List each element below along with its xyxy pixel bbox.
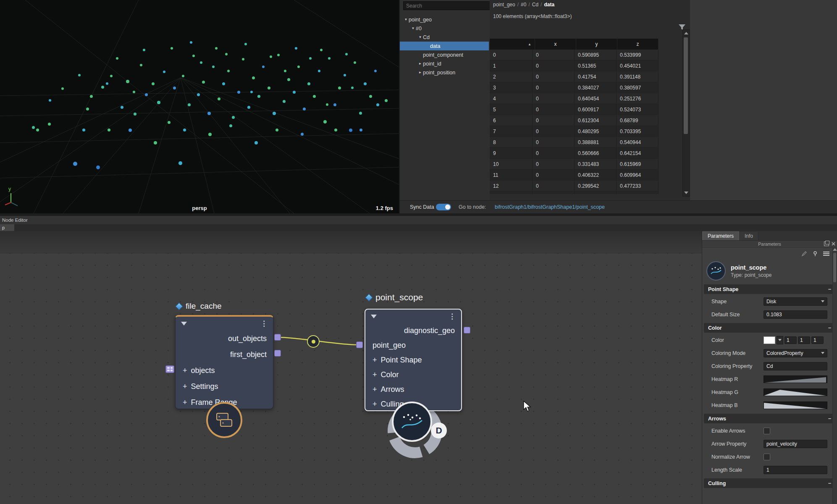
port-row-out-objects[interactable]: out_objects bbox=[176, 331, 273, 346]
length-scale-field[interactable]: 1 bbox=[764, 466, 827, 474]
table-header-x[interactable]: x bbox=[535, 39, 576, 50]
pin-icon[interactable] bbox=[812, 251, 818, 257]
collapse-icon[interactable]: − bbox=[828, 480, 831, 486]
port-row-point-geo[interactable]: point_geo bbox=[365, 338, 461, 353]
watchpoint-icon[interactable] bbox=[307, 335, 320, 348]
chevron-down-icon[interactable]: ▼ bbox=[417, 35, 423, 39]
color-swatch[interactable] bbox=[764, 336, 775, 344]
port-row-diagnostic-geo[interactable]: diagnostic_geo bbox=[365, 323, 461, 338]
tree-item-point_id[interactable]: ►point_id bbox=[400, 59, 489, 68]
port-row-first-object[interactable]: first_object bbox=[176, 346, 273, 362]
chevron-right-icon[interactable]: ► bbox=[417, 71, 423, 74]
kebab-menu-icon[interactable]: ⋮ bbox=[449, 315, 456, 319]
expand-icon[interactable]: + bbox=[373, 400, 377, 409]
coloring-mode-dropdown[interactable]: ColoredProperty bbox=[764, 349, 827, 357]
tree-item-point_geo[interactable]: ▼point_geo bbox=[400, 15, 489, 24]
breadcrumb-item[interactable]: point_geo bbox=[493, 2, 515, 8]
arrow-property-field[interactable]: point_velocity bbox=[764, 440, 827, 448]
scroll-down-icon[interactable] bbox=[684, 192, 688, 194]
3d-viewport[interactable]: y persp 1.2 fps bbox=[0, 0, 399, 213]
table-row[interactable]: 900.5606660.642154 bbox=[490, 148, 659, 159]
goto-node-link[interactable]: bifrostGraph1/bifrostGraphShape1/point_s… bbox=[495, 204, 605, 210]
expand-icon[interactable]: + bbox=[183, 398, 187, 407]
collapse-icon[interactable]: − bbox=[828, 286, 831, 292]
port-objects-input[interactable] bbox=[165, 365, 174, 373]
expand-icon[interactable]: + bbox=[373, 370, 377, 379]
menu-icon[interactable] bbox=[823, 252, 829, 256]
color-g-field[interactable]: 1 bbox=[798, 336, 810, 344]
section-point-shape[interactable]: Point Shape − bbox=[704, 284, 835, 294]
table-row[interactable]: 200.417540.391148 bbox=[490, 71, 659, 82]
color-b-field[interactable]: 1 bbox=[811, 336, 824, 344]
edit-pencil-icon[interactable] bbox=[801, 251, 807, 257]
sort-ascending-icon[interactable]: ▲ bbox=[528, 42, 531, 46]
table-row[interactable]: 700.4802950.703395 bbox=[490, 126, 659, 137]
section-row-objects[interactable]: +objects bbox=[176, 362, 273, 378]
expand-icon[interactable]: + bbox=[373, 385, 377, 394]
port-point-geo[interactable] bbox=[356, 341, 363, 348]
file-cache-node[interactable]: ⋮ out_objects first_object +objects +Set… bbox=[175, 315, 273, 409]
file-cache-badge[interactable] bbox=[206, 402, 242, 438]
table-row[interactable]: 600.6123040.68789 bbox=[490, 115, 659, 126]
table-row[interactable]: 800.3888810.540944 bbox=[490, 137, 659, 148]
section-row-settings[interactable]: +Settings bbox=[176, 378, 273, 394]
section-row-point-shape[interactable]: +Point Shape bbox=[365, 353, 461, 368]
table-row[interactable]: 100.513650.454021 bbox=[490, 60, 659, 71]
table-row[interactable]: 400.6404540.251276 bbox=[490, 93, 659, 104]
normalize-arrow-checkbox[interactable] bbox=[764, 454, 770, 460]
breadcrumb-item[interactable]: Cd bbox=[532, 2, 538, 8]
port-diagnostic-geo[interactable] bbox=[464, 327, 470, 333]
table-row[interactable]: 1300.6378590.485225 bbox=[490, 192, 659, 194]
float-panel-icon[interactable] bbox=[824, 242, 829, 246]
point-scope-node[interactable]: ⋮ diagnostic_geo point_geo +Point Shape … bbox=[365, 309, 462, 411]
tab-info[interactable]: Info bbox=[739, 231, 758, 240]
tree-item-#0[interactable]: ▼#0 bbox=[400, 24, 489, 33]
chevron-down-icon[interactable]: ▼ bbox=[403, 18, 409, 21]
parameters-scrollbar[interactable] bbox=[832, 247, 837, 504]
expand-icon[interactable]: + bbox=[373, 356, 377, 365]
collapse-icon[interactable] bbox=[181, 322, 187, 326]
close-icon[interactable] bbox=[832, 242, 835, 246]
section-culling[interactable]: Culling − bbox=[704, 478, 835, 488]
port-first-object[interactable] bbox=[274, 350, 281, 357]
color-r-field[interactable]: 1 bbox=[785, 336, 797, 344]
collapse-icon[interactable] bbox=[371, 315, 377, 318]
collapse-icon[interactable]: − bbox=[828, 416, 831, 422]
section-color[interactable]: Color − bbox=[704, 323, 835, 333]
section-row-color[interactable]: +Color bbox=[365, 368, 461, 382]
diagnostic-badge[interactable]: D bbox=[431, 423, 447, 438]
color-swatch-dropdown[interactable] bbox=[777, 336, 783, 344]
table-row[interactable]: 1100.4063220.609964 bbox=[490, 170, 659, 181]
tree-item-data[interactable]: data bbox=[400, 42, 489, 50]
tree-item-point_position[interactable]: ►point_position bbox=[400, 68, 489, 77]
breadcrumb-item[interactable]: data bbox=[544, 2, 554, 8]
breadcrumb-item[interactable]: #0 bbox=[521, 2, 526, 8]
heatmap-r-ramp[interactable] bbox=[764, 375, 827, 383]
scrollbar-thumb[interactable] bbox=[833, 253, 836, 282]
table-row[interactable]: 1000.3314830.615969 bbox=[490, 159, 659, 170]
node-editor-tab[interactable]: p bbox=[0, 224, 14, 231]
enable-arrows-checkbox[interactable] bbox=[764, 428, 770, 434]
table-scrollbar[interactable] bbox=[682, 29, 690, 197]
chevron-right-icon[interactable]: ► bbox=[417, 62, 423, 66]
table-header-index[interactable]: ▲ bbox=[490, 39, 535, 50]
scroll-up-icon[interactable] bbox=[833, 248, 837, 251]
table-row[interactable]: 300.3840270.380597 bbox=[490, 82, 659, 93]
table-row[interactable]: 500.6009170.524073 bbox=[490, 104, 659, 115]
table-header-z[interactable]: z bbox=[617, 39, 659, 50]
expand-icon[interactable]: + bbox=[183, 382, 187, 391]
scroll-up-icon[interactable] bbox=[684, 32, 688, 34]
expand-icon[interactable]: + bbox=[183, 366, 187, 375]
sync-data-toggle[interactable] bbox=[436, 204, 451, 210]
heatmap-b-ramp[interactable] bbox=[764, 402, 827, 409]
shape-dropdown[interactable]: Disk bbox=[764, 297, 827, 306]
node-graph-canvas[interactable]: file_cache ⋮ out_objects first_object +o… bbox=[0, 231, 702, 504]
search-input[interactable] bbox=[403, 1, 491, 10]
table-row[interactable]: 000.5908950.533999 bbox=[490, 50, 659, 60]
collapse-icon[interactable]: − bbox=[828, 325, 831, 331]
kebab-menu-icon[interactable]: ⋮ bbox=[260, 322, 268, 326]
coloring-property-field[interactable]: Cd bbox=[764, 362, 827, 370]
table-header-y[interactable]: y bbox=[576, 39, 617, 50]
tab-parameters[interactable]: Parameters bbox=[702, 231, 739, 240]
point-scope-badge[interactable] bbox=[392, 402, 432, 442]
